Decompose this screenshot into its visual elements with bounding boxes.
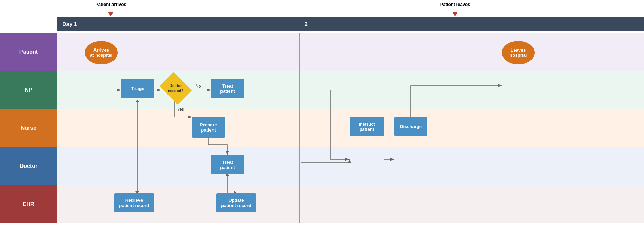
- lane-doctor: Doctor: [0, 147, 644, 185]
- day2-section: 2: [299, 17, 644, 31]
- doctor-needed-node: Doctor needed?: [161, 77, 190, 99]
- patient-leaves-label: Patient leaves: [436, 2, 474, 7]
- patient-leaves-arrow: [452, 12, 458, 16]
- update-record-node: Update patient record: [216, 193, 256, 212]
- triage-node: Triage: [121, 79, 154, 98]
- timeline-header: Patient arrives Patient leaves Day 1 2: [57, 0, 644, 33]
- label-nurse: Nurse: [0, 109, 57, 147]
- patient-arrives-arrow: [108, 12, 114, 16]
- diagram-container: Patient arrives Patient leaves Day 1 2 P…: [0, 0, 644, 233]
- treat-patient-doctor-node: Treat patient: [211, 155, 244, 174]
- prepare-patient-node: Prepare patient: [192, 117, 225, 138]
- discharge-node: Discharge: [394, 117, 427, 136]
- instruct-patient-node: Instruct patient: [350, 117, 384, 136]
- day-divider: [299, 33, 300, 223]
- day2-label: 2: [305, 21, 308, 27]
- patient-arrives-text: Patient arrives: [95, 2, 126, 7]
- treat-patient-np-node: Treat patient: [211, 79, 244, 98]
- leaves-hospital-node: Leaves hospital: [502, 41, 535, 64]
- lane-content-doctor: [57, 147, 644, 185]
- label-doctor: Doctor: [0, 147, 57, 185]
- day1-label: Day 1: [62, 21, 77, 27]
- patient-arrives-label: Patient arrives: [93, 2, 128, 7]
- label-patient: Patient: [0, 33, 57, 71]
- arrives-at-hospital-node: Arrives at hospital: [85, 41, 118, 64]
- day-bar: Day 1 2: [57, 17, 644, 31]
- label-np: NP: [0, 71, 57, 109]
- lane-ehr: EHR: [0, 185, 644, 223]
- lane-np: NP: [0, 71, 644, 109]
- retrieve-record-node: Retrieve patient record: [114, 193, 154, 212]
- lane-content-patient: [57, 33, 644, 71]
- label-ehr: EHR: [0, 185, 57, 223]
- patient-leaves-text: Patient leaves: [440, 2, 470, 7]
- lane-nurse: Nurse: [0, 109, 644, 147]
- day1-section: Day 1: [57, 17, 299, 31]
